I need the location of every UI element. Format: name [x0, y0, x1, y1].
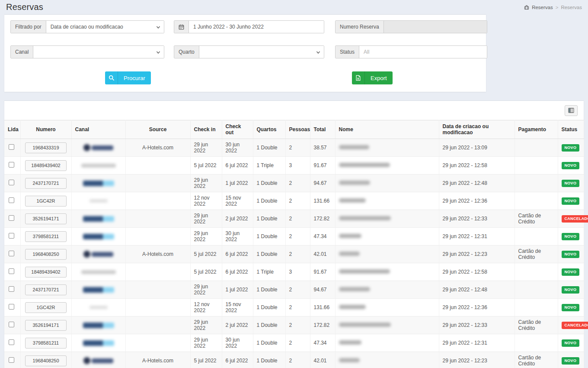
table-row: 1968433319 A-Hotels.com 29 jun 2022 30 j… [4, 139, 584, 157]
canal-cell [71, 299, 125, 316]
check-out-cell: 1 jul 2022 [222, 281, 253, 299]
row-checkbox[interactable] [9, 197, 14, 203]
reservation-number-button[interactable]: 3798581211 [25, 338, 67, 349]
numero-cell: 18489439402 [20, 263, 71, 281]
search-icon [105, 71, 118, 84]
nome-cell [335, 210, 439, 228]
total-cell: 91.67 [310, 157, 335, 174]
source-cell [125, 192, 190, 210]
channel-logo-blurred [75, 287, 122, 293]
status-badge: NOVO [562, 286, 580, 294]
row-checkbox[interactable] [9, 215, 14, 221]
pessoas-cell: 3 [285, 263, 310, 281]
pessoas-cell: 2 [285, 192, 310, 210]
reservation-number-button[interactable]: 3798581211 [25, 231, 67, 242]
row-checkbox[interactable] [9, 357, 14, 363]
check-out-cell: 30 jun 2022 [222, 139, 253, 157]
channel-select[interactable] [33, 46, 164, 58]
lida-cell [4, 263, 20, 281]
col-total: Total [310, 120, 335, 139]
reservation-number-button[interactable]: 18489439402 [25, 160, 67, 171]
room-select[interactable] [199, 46, 324, 58]
channel-logo-blurred [75, 199, 122, 203]
check-out-cell: 30 jun 2022 [222, 228, 253, 245]
numero-cell: 1GC42R [20, 192, 71, 210]
status-badge: NOVO [562, 144, 580, 152]
status-badge: NOVO [562, 233, 580, 240]
suitcase-icon [524, 5, 529, 10]
table-row: 2437170721 29 jun 2022 1 jul 2022 1 Doub… [4, 174, 584, 192]
reservation-number-input[interactable] [388, 24, 483, 30]
pessoas-cell: 3 [285, 157, 310, 174]
columns-toggle-button[interactable] [565, 105, 578, 116]
pessoas-cell: 2 [285, 299, 310, 316]
numero-cell: 1968408250 [20, 245, 71, 263]
filtered-by-select[interactable]: Data de criacao ou modificacao [46, 21, 164, 33]
row-checkbox[interactable] [9, 162, 14, 168]
filter-panel: Filtrado por Data de criacao ou modifica… [4, 14, 486, 92]
nome-cell [335, 263, 439, 281]
reservation-number-button[interactable]: 3526194171 [25, 320, 67, 331]
created-cell: 29 jun 2022 - 12:23 [439, 352, 514, 368]
table-row: 3526194171 29 jun 2022 2 jul 2022 1 Doub… [4, 316, 584, 334]
reservation-number-button[interactable]: 2437170721 [25, 284, 67, 295]
created-cell: 29 jun 2022 - 12:31 [439, 228, 514, 245]
breadcrumb-root[interactable]: Reservas [532, 5, 553, 10]
quartos-cell: 1 Double [253, 299, 285, 316]
status-cell: NOVO [558, 299, 584, 316]
canal-cell [71, 245, 125, 263]
canal-cell [71, 157, 125, 174]
pessoas-cell: 2 [285, 245, 310, 263]
search-button[interactable]: Procurar [105, 71, 151, 84]
row-checkbox[interactable] [9, 339, 14, 345]
lida-cell [4, 245, 20, 263]
channel-logo-blurred [75, 144, 122, 151]
nome-cell [335, 228, 439, 245]
reservation-number-group: Numero Reserva [335, 20, 487, 33]
col-canal: Canal [71, 120, 125, 139]
reservation-number-button[interactable]: 1GC42R [25, 196, 67, 207]
row-checkbox[interactable] [9, 180, 14, 185]
reservation-number-button[interactable]: 1GC42R [25, 302, 67, 313]
guest-name-blurred [339, 163, 390, 167]
numero-cell: 3798581211 [20, 334, 71, 352]
created-cell: 29 jun 2022 - 12:48 [439, 174, 514, 192]
reservation-number-button[interactable]: 3526194171 [25, 213, 67, 224]
reservation-number-button[interactable]: 1968408250 [25, 249, 67, 260]
check-out-cell: 1 jul 2022 [222, 174, 253, 192]
table-row: 1GC42R 12 nov 2022 15 nov 2022 1 Double … [4, 299, 584, 316]
row-checkbox[interactable] [9, 322, 14, 327]
quartos-cell: 1 Double [253, 281, 285, 299]
check-out-cell: 6 jul 2022 [222, 263, 253, 281]
quartos-cell: 1 Double [253, 174, 285, 192]
total-cell: 172.82 [310, 210, 335, 228]
row-checkbox[interactable] [9, 304, 14, 310]
reservation-number-button[interactable]: 1968433319 [25, 142, 67, 153]
source-cell [125, 210, 190, 228]
total-cell: 38.57 [310, 139, 335, 157]
row-checkbox[interactable] [9, 268, 14, 274]
reservation-number-button[interactable]: 2437170721 [25, 178, 67, 189]
channel-logo-blurred [75, 340, 122, 346]
row-checkbox[interactable] [9, 233, 14, 239]
status-input[interactable] [364, 49, 483, 55]
row-checkbox[interactable] [9, 144, 14, 150]
status-badge: NOVO [562, 197, 580, 205]
pagamento-cell [514, 228, 558, 245]
check-out-cell: 30 jun 2022 [222, 334, 253, 352]
created-cell: 29 jun 2022 - 12:23 [439, 245, 514, 263]
reservation-number-button[interactable]: 18489439402 [25, 267, 67, 278]
pagamento-cell: Cartão de Crédito [514, 352, 558, 368]
channel-logo-blurred [75, 323, 122, 328]
check-in-cell: 29 jun 2022 [190, 210, 222, 228]
status-badge: NOVO [562, 304, 580, 311]
nome-cell [335, 299, 439, 316]
check-out-cell: 2 jul 2022 [222, 316, 253, 334]
date-range-input[interactable] [193, 24, 320, 30]
export-button[interactable]: Export [352, 71, 393, 84]
reservation-number-button[interactable]: 1968408250 [25, 355, 67, 366]
filtered-by-group: Filtrado por Data de criacao ou modifica… [10, 20, 164, 33]
row-checkbox[interactable] [9, 286, 14, 292]
row-checkbox[interactable] [9, 251, 14, 256]
created-cell: 29 jun 2022 - 12:36 [439, 299, 514, 316]
